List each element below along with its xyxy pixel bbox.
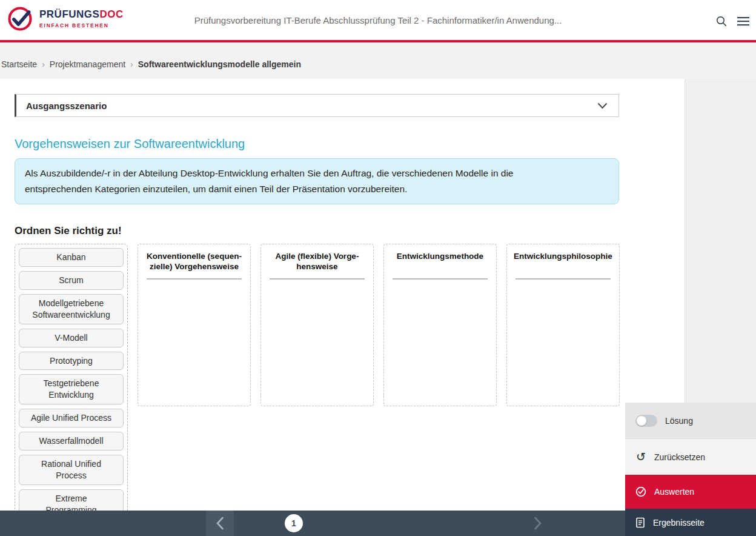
draggables-container: Kanban Scrum Modellgetriebene Softwareen… xyxy=(15,244,128,523)
reset-icon: ↺ xyxy=(635,451,646,463)
draggable-item-prototyping[interactable]: Prototyping xyxy=(19,352,124,370)
draggable-item-wasserfallmodell[interactable]: Wasserfallmodell xyxy=(19,432,124,451)
section-heading: Vorgehensweisen zur Softwareentwicklung xyxy=(15,137,685,151)
chevron-right-icon xyxy=(534,517,542,530)
solution-toggle-row[interactable]: Lösung xyxy=(625,403,756,438)
dropzone-divider xyxy=(147,278,242,280)
results-page-button[interactable]: Ergebnisseite xyxy=(625,509,756,536)
breadcrumb-item-projektmanagement[interactable]: Projektmanagement xyxy=(50,59,125,69)
menu-button[interactable] xyxy=(735,13,751,29)
breadcrumb-separator: › xyxy=(130,59,133,69)
reset-label: Zurücksetzen xyxy=(654,452,705,462)
task-instruction: Ordnen Sie richtig zu! xyxy=(15,225,685,237)
brand-name-secondary: DOC xyxy=(99,8,123,20)
dropzone-entwicklungsphilosophie[interactable]: Entwicklungsphilosophie xyxy=(506,244,620,406)
document-icon xyxy=(635,517,645,528)
draggable-item-modellgetriebene[interactable]: Modellgetriebene Softwareentwicklung xyxy=(19,294,124,324)
draggable-item-scrum[interactable]: Scrum xyxy=(19,271,124,290)
dropzone-divider xyxy=(393,278,488,280)
scenario-text: Als Auszubildende/-r in der Abteilung De… xyxy=(25,166,558,197)
dropzone-divider xyxy=(516,278,611,280)
solution-label: Lösung xyxy=(665,416,693,426)
search-icon xyxy=(715,15,728,27)
breadcrumb-separator: › xyxy=(42,59,45,69)
course-title: Prüfungsvorbereitung IT-Berufe Abschluss… xyxy=(121,15,635,25)
accordion-ausgangsszenario[interactable]: Ausgangsszenario xyxy=(15,94,619,117)
brand-name-primary: PRÜFUNGS xyxy=(39,8,99,20)
dropzone-title: Agile (flexible) Vorge- hensweise xyxy=(261,244,373,278)
dropzone-konventionelle[interactable]: Konventionelle (sequen- zielle) Vorgehen… xyxy=(138,244,251,406)
brand-tagline: EINFACH BESTEHEN xyxy=(39,22,124,28)
check-circle-icon xyxy=(635,486,646,497)
toggle-knob xyxy=(637,416,646,426)
menu-icon xyxy=(737,16,749,26)
dropzone-title: Konventionelle (sequen- zielle) Vorgehen… xyxy=(138,244,250,278)
next-slide-button[interactable] xyxy=(524,511,552,536)
scenario-info-box: Als Auszubildende/-r in der Abteilung De… xyxy=(15,158,619,204)
draggable-item-agile-unified-process[interactable]: Agile Unified Process xyxy=(19,409,124,427)
results-label: Ergebnisseite xyxy=(653,518,705,528)
logo-check-icon xyxy=(6,5,34,33)
current-slide-indicator[interactable]: 1 xyxy=(285,514,303,532)
evaluate-label: Auswerten xyxy=(654,487,694,497)
logo[interactable]: PRÜFUNGSDOC EINFACH BESTEHEN xyxy=(6,5,124,33)
search-button[interactable] xyxy=(714,13,729,29)
chevron-left-icon xyxy=(216,517,224,530)
breadcrumb: Startseite › Projektmanagement › Softwar… xyxy=(0,42,756,79)
draggable-item-kanban[interactable]: Kanban xyxy=(19,248,124,267)
logo-text: PRÜFUNGSDOC EINFACH BESTEHEN xyxy=(39,9,124,28)
dropzone-agile[interactable]: Agile (flexible) Vorge- hensweise xyxy=(260,244,374,406)
chevron-down-icon xyxy=(597,102,608,109)
header: PRÜFUNGSDOC EINFACH BESTEHEN Prüfungsvor… xyxy=(0,0,756,40)
draggable-item-rational-unified-process[interactable]: Rational Unified Process xyxy=(19,455,124,485)
action-panel: Lösung ↺ Zurücksetzen Auswerten Ergebnis… xyxy=(625,403,756,536)
evaluate-button[interactable]: Auswerten xyxy=(625,475,756,509)
dropzone-divider xyxy=(270,278,365,280)
solution-toggle[interactable] xyxy=(635,415,657,427)
dropzone-entwicklungsmethode[interactable]: Entwicklungsmethode xyxy=(383,244,497,406)
dropzone-title: Entwicklungsphilosophie xyxy=(507,244,619,278)
drag-and-drop-area: Kanban Scrum Modellgetriebene Softwareen… xyxy=(15,244,685,523)
prev-slide-button[interactable] xyxy=(206,511,234,536)
draggable-item-testgetriebene[interactable]: Testgetriebene Entwicklung xyxy=(19,374,124,404)
pruefungsdoc-app: PRÜFUNGSDOC EINFACH BESTEHEN Prüfungsvor… xyxy=(0,0,756,536)
breadcrumb-item-startseite[interactable]: Startseite xyxy=(1,59,37,69)
reset-button[interactable]: ↺ Zurücksetzen xyxy=(625,438,756,475)
draggable-item-v-modell[interactable]: V-Modell xyxy=(19,329,124,347)
main-content: Ausgangsszenario Vorgehensweisen zur Sof… xyxy=(0,79,685,511)
dropzone-title: Entwicklungsmethode xyxy=(384,244,496,278)
breadcrumb-current-page: Softwareentwicklungsmodelle allgemein xyxy=(138,59,301,69)
accordion-title: Ausgangsszenario xyxy=(26,101,107,111)
